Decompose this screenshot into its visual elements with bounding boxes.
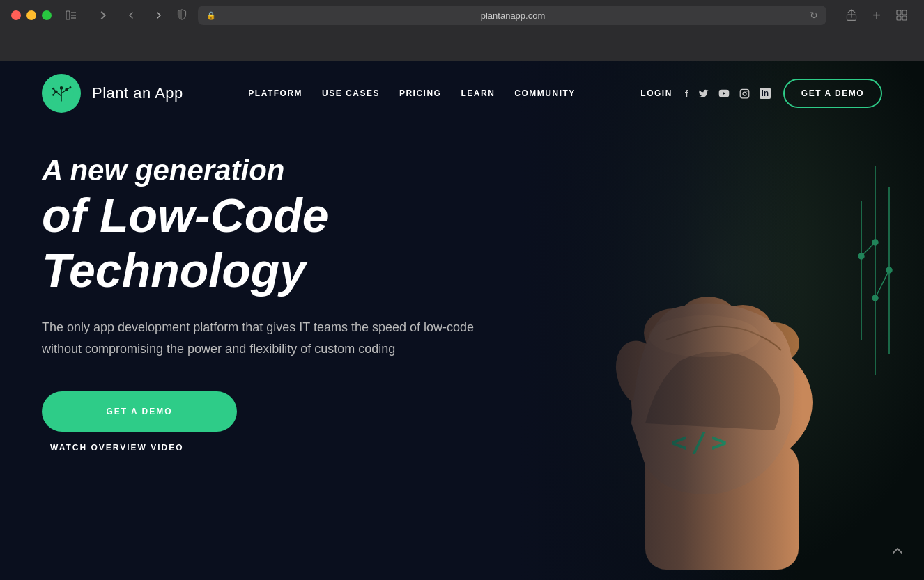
svg-point-42 (69, 86, 71, 88)
hero-title-line1: A new generation (42, 153, 544, 188)
hero-demo-button[interactable]: GET A DEMO (42, 391, 237, 432)
nav-link-pricing[interactable]: PRICING (399, 88, 442, 98)
svg-point-40 (52, 88, 54, 90)
close-button[interactable] (11, 10, 21, 20)
logo-svg (48, 80, 75, 107)
twitter-icon[interactable] (698, 88, 709, 99)
hero-content: A new generation of Low-Code Technology … (42, 153, 544, 453)
nav-link-use-cases[interactable]: USE CASES (322, 88, 380, 98)
hero-title-line2: of Low-Code Technology (42, 188, 544, 297)
svg-point-45 (746, 91, 747, 91)
svg-point-36 (60, 86, 63, 90)
shield-icon (177, 9, 187, 22)
svg-rect-43 (740, 89, 749, 98)
back-button[interactable] (121, 6, 141, 25)
sidebar-toggle-chevron[interactable] (93, 6, 113, 25)
social-icons: f in (685, 88, 771, 100)
nav-link-community[interactable]: COMMUNITY (514, 88, 576, 98)
logo-icon[interactable] (42, 74, 81, 113)
svg-rect-8 (902, 16, 907, 20)
instagram-icon[interactable] (739, 88, 750, 99)
get-demo-button-nav[interactable]: GET A DEMO (783, 79, 882, 108)
reload-button[interactable]: ↻ (810, 10, 818, 21)
browser-chrome: 🔒 plantanapp.com ↻ + (0, 0, 924, 61)
share-button[interactable] (840, 6, 863, 25)
hero-description: The only app development platform that g… (42, 317, 488, 361)
maximize-button[interactable] (42, 10, 52, 20)
svg-point-41 (52, 94, 54, 96)
traffic-lights (11, 10, 52, 20)
svg-point-44 (743, 92, 746, 95)
youtube-icon[interactable] (718, 88, 730, 99)
logo-text: Plant an App (92, 84, 183, 102)
forward-button[interactable] (149, 6, 169, 25)
nav-links: PLATFORM USE CASES PRICING LEARN COMMUNI… (248, 88, 575, 98)
svg-rect-29 (520, 61, 924, 580)
website-content: </> (0, 61, 924, 580)
svg-rect-7 (897, 16, 901, 20)
facebook-icon[interactable]: f (685, 88, 688, 100)
svg-rect-0 (66, 11, 70, 19)
new-tab-button[interactable]: + (865, 6, 888, 25)
navigation: Plant an App PLATFORM USE CASES PRICING … (0, 61, 924, 125)
svg-rect-6 (902, 10, 907, 15)
lock-icon: 🔒 (206, 11, 216, 20)
browser-actions: + (840, 6, 913, 25)
linkedin-icon[interactable]: in (760, 88, 771, 99)
scroll-up-indicator[interactable] (891, 544, 904, 561)
nav-right-area: LOGIN f (640, 79, 882, 108)
fist-svg: </> (520, 61, 924, 580)
minimize-button[interactable] (26, 10, 36, 20)
logo-area: Plant an App (42, 74, 183, 113)
browser-toolbar: 🔒 plantanapp.com ↻ + (0, 0, 924, 31)
sidebar-toggle-button[interactable] (60, 6, 82, 25)
grid-view-button[interactable] (891, 6, 913, 25)
address-bar[interactable]: 🔒 plantanapp.com ↻ (198, 6, 826, 25)
nav-link-platform[interactable]: PLATFORM (248, 88, 302, 98)
login-link[interactable]: LOGIN (640, 88, 672, 98)
hero-image-container: </> (520, 61, 924, 580)
svg-rect-5 (897, 10, 901, 15)
watch-video-link[interactable]: WATCH OVERVIEW VIDEO (42, 443, 544, 453)
svg-point-35 (65, 88, 68, 91)
hero-cta: GET A DEMO WATCH OVERVIEW VIDEO (42, 391, 544, 453)
nav-link-learn[interactable]: LEARN (461, 88, 495, 98)
url-display: plantanapp.com (220, 10, 806, 21)
